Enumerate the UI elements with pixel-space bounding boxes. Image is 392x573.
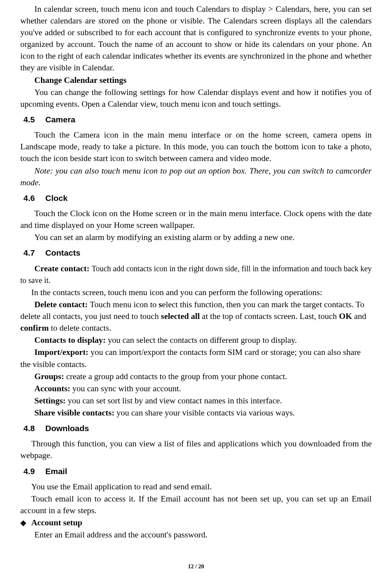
- section-heading-clock: 4.6Clock: [23, 192, 372, 204]
- paragraph-calendar-intro: In calendar screen, touch menu icon and …: [20, 3, 372, 74]
- section-number: 4.8: [23, 423, 45, 434]
- section-heading-contacts: 4.7Contacts: [23, 247, 372, 258]
- label-import-export: Import/export:: [34, 347, 91, 357]
- label-contacts-display: Contacts to display:: [34, 335, 108, 345]
- text-delete-g: confirm: [20, 323, 49, 333]
- paragraph-contacts-to-display: Contacts to display: you can select the …: [20, 334, 372, 346]
- text-accounts: you can sync with your account.: [72, 384, 181, 393]
- heading-change-calendar-settings: Change Calendar settings: [20, 74, 372, 86]
- section-title: Clock: [45, 193, 68, 202]
- text-settings: you can set sort list by and view contac…: [68, 396, 282, 405]
- diamond-bullet-icon: ◆: [20, 517, 31, 528]
- label-settings: Settings:: [34, 396, 68, 405]
- section-heading-camera: 4.5Camera: [23, 114, 372, 125]
- label-create-contact: Create contact:: [34, 264, 92, 273]
- section-heading-downloads: 4.8Downloads: [23, 423, 372, 434]
- section-number: 4.5: [23, 114, 45, 125]
- section-title: Email: [45, 467, 67, 476]
- bullet-account-setup: ◆Account setup: [20, 517, 372, 528]
- paragraph-camera-a: Touch the Camera icon in the main menu i…: [20, 129, 372, 164]
- heading-text: Change Calendar settings: [34, 75, 127, 85]
- text-groups: create a group add contacts to the group…: [66, 372, 287, 381]
- label-groups: Groups:: [34, 372, 66, 381]
- section-title: Downloads: [45, 424, 89, 433]
- paragraph-settings: Settings: you can set sort list by and v…: [20, 395, 372, 406]
- label-account-setup: Account setup: [31, 518, 82, 527]
- text-delete-d: at the top of contacts screen. Last, tou…: [200, 312, 339, 321]
- paragraph-email-b: Touch email icon to access it. If the Em…: [20, 493, 372, 516]
- paragraph-clock-a: Touch the Clock icon on the Home screen …: [20, 208, 372, 231]
- section-title: Contacts: [45, 248, 80, 257]
- paragraph-import-export: Import/export: you can import/export the…: [20, 346, 372, 370]
- document-page: In calendar screen, touch menu icon and …: [0, 0, 392, 573]
- section-title: Camera: [45, 115, 75, 124]
- paragraph-account-setup: Enter an Email address and the account's…: [20, 529, 372, 541]
- text-contacts-display: you can select the contacts on different…: [108, 335, 297, 345]
- section-heading-email: 4.9Email: [23, 466, 372, 477]
- text-delete-s: s: [159, 300, 162, 309]
- text-delete-a: Touch menu icon to: [90, 300, 159, 309]
- label-share-visible: Share visible contacts:: [34, 408, 116, 417]
- paragraph-downloads: Through this function, you can view a li…: [20, 438, 372, 461]
- paragraph-change-calendar: You can change the following settings fo…: [20, 86, 372, 110]
- paragraph-camera-note: Note: you can also touch menu icon to po…: [20, 165, 372, 188]
- paragraph-delete-contact: Delete contact: Touch menu icon to selec…: [20, 299, 372, 334]
- paragraph-groups: Groups: create a group add contacts to t…: [20, 371, 372, 382]
- paragraph-accounts: Accounts: you can sync with your account…: [20, 383, 372, 394]
- text-delete-e: OK: [339, 312, 352, 321]
- page-footer: 12 / 20: [0, 562, 392, 571]
- section-number: 4.6: [23, 192, 45, 204]
- paragraph-email-a: You use the Email application to read an…: [20, 481, 372, 492]
- label-accounts: Accounts:: [34, 384, 72, 393]
- text-share-visible: you can share your visible contacts via …: [116, 408, 295, 417]
- label-delete-contact: Delete contact:: [34, 300, 90, 309]
- section-number: 4.9: [23, 466, 45, 477]
- text-delete-h: to delete contacts.: [49, 323, 111, 333]
- paragraph-create-contact: Create contact: Touch add contacts icon …: [20, 263, 372, 286]
- paragraph-share-visible: Share visible contacts: you can share yo…: [20, 407, 372, 419]
- text-delete-f: and: [352, 312, 366, 321]
- paragraph-clock-b: You can set an alarm by modifying an exi…: [20, 231, 372, 243]
- paragraph-contacts-operations: In the contacts screen, touch menu icon …: [20, 286, 372, 298]
- section-number: 4.7: [23, 247, 45, 258]
- text-delete-c: selected all: [161, 312, 200, 321]
